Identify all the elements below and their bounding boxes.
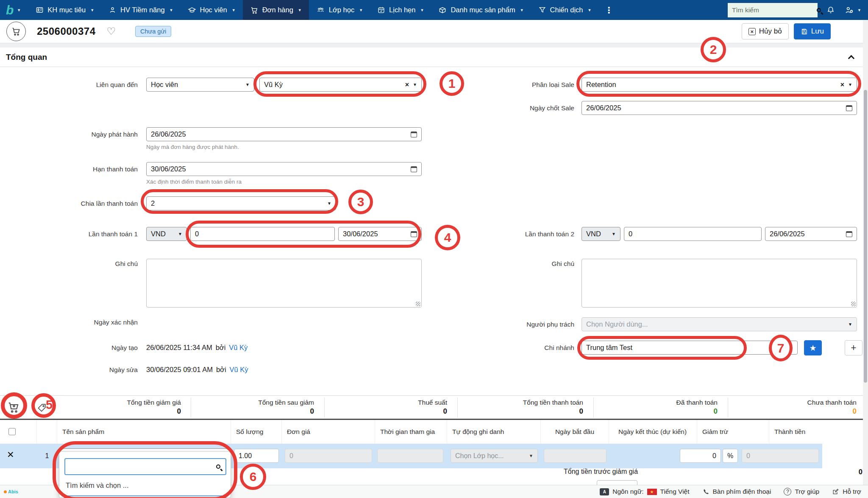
nav-item-label: HV Tiềm năng [120,6,165,14]
summary-total-discount: Tổng tiền giảm giá 0 [59,396,186,419]
nav-item-lich-hen[interactable]: Lịch hẹn ▼ [370,0,431,20]
person-icon [108,6,117,14]
chevron-down-icon: ▼ [359,8,363,12]
summary-value: 0 [59,407,186,416]
related-type-select[interactable]: Học viên▼ [146,78,254,92]
question-icon [784,488,791,495]
search-input[interactable] [732,6,817,14]
clear-x-icon[interactable]: × [840,81,844,89]
header-start-date: Ngày bắt đầu [541,420,609,444]
payment2-currency-select[interactable]: VND▼ [581,227,620,241]
installments-select[interactable]: 2▼ [146,196,336,210]
vertical-scrollbar-track[interactable] [863,20,868,498]
clear-x-icon[interactable]: × [405,81,409,89]
field-label-lan-thanh-toan-1: Lần thanh toán 1 [11,227,138,241]
caret-down-icon: ▼ [848,82,852,87]
percent-toggle-button[interactable]: % [723,449,738,463]
notifications-bell-icon[interactable] [826,6,835,15]
nav-item-hoc-vien[interactable]: Học viên ▼ [181,0,243,20]
overview-section-header: Tổng quan [0,48,868,67]
favorite-heart-icon[interactable]: ♡ [106,25,116,37]
issue-date-input[interactable]: 26/06/2025 [146,127,422,141]
nav-item-kh-muc-tieu[interactable]: KH mục tiêu ▼ [28,0,101,20]
sale-type-select[interactable]: Retention×▼ [581,78,857,92]
header-unit-price: Đơn giá [282,420,375,444]
select-all-checkbox[interactable] [8,428,16,435]
textarea-resize-handle[interactable] [416,302,420,306]
funnel-icon [538,6,546,14]
remove-row-x-button[interactable]: ✕ [7,450,14,460]
branch-add-button[interactable]: + [845,340,862,355]
product-box-icon [438,6,447,14]
deduction-input[interactable]: 0 [680,449,721,463]
sale-type-value: Retention [586,81,616,89]
qty-input[interactable]: 1.00 [234,449,279,463]
collapse-chevron-icon[interactable] [848,55,855,62]
graduation-icon [188,6,196,14]
abis-brand-logo: Abis [4,489,18,494]
calendar-icon[interactable] [846,105,852,111]
payment1-amount-input[interactable]: 0 [190,227,335,241]
related-target-select[interactable]: Vũ Kỳ×▼ [259,78,422,92]
nav-item-don-hang[interactable]: Đơn hàng ▼ [243,0,309,20]
save-button[interactable]: Lưu [794,23,831,39]
cancel-button[interactable]: × Hủy bỏ [742,23,789,39]
nav-item-label: Đơn hàng [262,6,293,14]
product-search-box[interactable] [64,458,226,475]
branch-select[interactable]: Trung tâm Test▼ [581,341,798,355]
vertical-scrollbar-thumb[interactable] [864,90,867,383]
related-type-value: Học viên [151,81,178,89]
modified-by-user-link[interactable]: Vũ Kỳ [230,366,248,374]
brand-label: Abis [8,489,18,494]
summary-label: Chưa thanh toán [734,399,862,406]
discount-tag-icon[interactable] [36,403,47,413]
field-label-nguoi-phu-trach: Người phụ trách [447,317,574,331]
related-target-value: Vũ Kỳ [264,81,283,89]
payment1-date-input[interactable]: 30/06/2025 [338,227,422,241]
user-settings-icon[interactable]: ▼ [844,6,861,15]
header-qty: Số lượng [231,420,282,444]
textarea-resize-handle[interactable] [851,302,856,306]
app-logo[interactable]: b ▼ [0,0,28,20]
field-label-ngay-xac-nhan: Ngày xác nhận [11,318,138,327]
summary-label: Tổng tiền giảm giá [59,399,186,406]
notes-textarea-left[interactable] [146,259,422,308]
nav-item-chien-dich[interactable]: Chiến dịch ▼ [531,0,599,20]
payment2-date-value: 26/06/2025 [770,230,805,238]
class-select[interactable]: Chọn Lớp học...▼ [451,449,538,463]
dropdown-partial-item[interactable] [64,495,226,498]
participation-time-disabled [377,449,443,463]
payment2-amount-input[interactable]: 0 [624,227,762,241]
field-label-ngay-sua: Ngày sửa [11,366,138,374]
toolbar-divider [0,43,868,48]
due-date-input[interactable]: 30/06/2025 [146,162,422,176]
nav-item-danh-muc-san-pham[interactable]: Danh mục sản phẩm ▼ [431,0,531,20]
payment2-date-input[interactable]: 26/06/2025 [765,227,857,241]
summary-value-paid: 0 [600,407,723,416]
header-deduction: Giảm trừ [697,420,769,444]
payment1-currency-select[interactable]: VND▼ [146,227,187,241]
sale-close-date-input[interactable]: 26/06/2025 [581,101,857,115]
nav-item-lop-hoc[interactable]: Lớp học ▼ [309,0,370,20]
nav-item-label: Học viên [200,6,227,14]
summary-cart-add-icon[interactable] [7,400,20,414]
cancel-label: Hủy bỏ [759,27,782,36]
branch-favorite-star-button[interactable]: ★ [804,340,822,355]
assignee-select[interactable]: Chọn Người dùng...▼ [581,317,857,331]
calendar-icon[interactable] [411,166,417,172]
support-link[interactable]: Hỗ trợ [832,488,861,495]
created-by-user-link[interactable]: Vũ Kỳ [229,344,248,352]
language-switcher[interactable]: A Ngôn ngữ: ★ Tiếng Việt [600,488,689,495]
notes-textarea-right[interactable] [581,259,857,308]
calendar-icon[interactable] [411,131,417,137]
field-label-lan-thanh-toan-2: Lần thanh toán 2 [447,227,574,241]
search-icon[interactable] [817,8,821,12]
nav-item-hv-tiem-nang[interactable]: HV Tiềm năng ▼ [101,0,180,20]
calendar-icon[interactable] [411,231,417,237]
phone-keypad-link[interactable]: Bàn phím điện thoại [702,488,771,495]
more-menu-kebab-icon[interactable]: ⋮ [598,0,619,20]
save-label: Lưu [811,27,824,36]
help-link[interactable]: Trợ giúp [784,488,819,495]
calendar-icon[interactable] [846,231,852,237]
summary-tax-rate: Thuế suất 0 [331,396,453,419]
